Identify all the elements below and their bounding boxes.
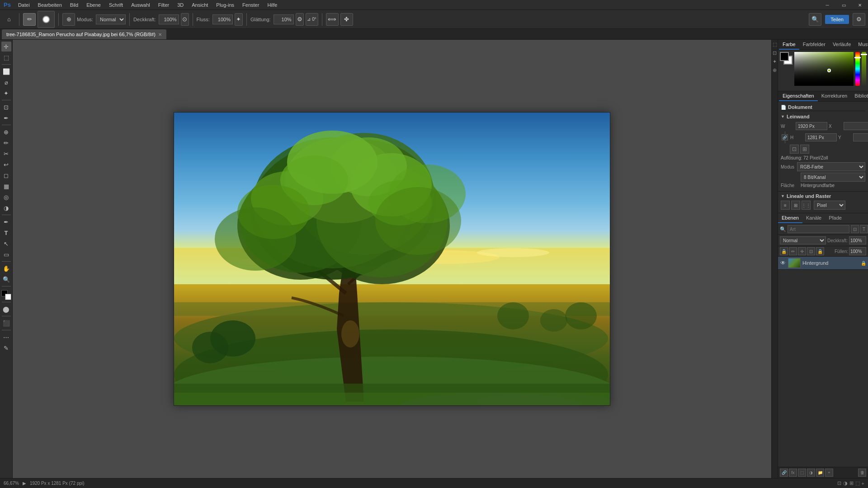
tab-pfade[interactable]: Pfade xyxy=(825,213,845,223)
lock-transparent-btn[interactable]: 🔒 xyxy=(780,247,788,255)
lasso-tool[interactable]: ⌀ xyxy=(1,77,11,87)
pressure-btn[interactable]: ✤ xyxy=(340,13,353,26)
tab-close-button[interactable]: ✕ xyxy=(158,32,162,37)
settings-btn[interactable]: ⚙ xyxy=(853,13,865,26)
panel-icon-3[interactable]: ✦ xyxy=(773,59,777,65)
layer-filter-btn-1[interactable]: ⊡ xyxy=(851,225,859,233)
crop-tool[interactable]: ⊡ xyxy=(1,102,11,112)
gradient-tool[interactable]: ▦ xyxy=(1,181,11,191)
flow-icon-btn[interactable]: ✦ xyxy=(235,13,243,26)
angle-btn[interactable]: ⊿ 0° xyxy=(306,13,318,26)
mode-dropdown[interactable]: Normal xyxy=(96,14,126,24)
lineale-chevron[interactable]: ▼ xyxy=(781,194,785,198)
brush-tool-button[interactable]: ✏ xyxy=(23,13,36,26)
zoom-tool[interactable]: 🔍 xyxy=(1,274,11,284)
tab-korrekturen[interactable]: Korrekturen xyxy=(818,91,851,101)
canvas-width-input[interactable] xyxy=(796,122,827,130)
brush-preview[interactable] xyxy=(38,11,55,28)
close-button[interactable]: ✕ xyxy=(852,0,868,10)
lock-paint-btn[interactable]: ✏ xyxy=(789,247,797,255)
path-select-tool[interactable]: ↖ xyxy=(1,239,11,249)
tools-extra-btn[interactable]: ⋯ xyxy=(1,332,11,342)
status-icon-4[interactable]: ⬚ xyxy=(855,480,860,486)
canvas-y-input[interactable] xyxy=(853,133,868,141)
flow-input[interactable] xyxy=(212,14,233,24)
layer-visibility-toggle[interactable]: 👁 xyxy=(780,260,786,266)
ruler-dots-btn[interactable]: ⋮⋮ xyxy=(802,201,811,210)
type-tool[interactable]: T xyxy=(1,228,11,238)
layer-filter-btn-2[interactable]: T xyxy=(860,225,868,233)
add-layer-btn[interactable]: + xyxy=(825,469,833,477)
minimize-button[interactable]: ─ xyxy=(819,0,835,10)
maximize-button[interactable]: ▭ xyxy=(835,0,852,10)
panel-icon-2[interactable]: ⊡ xyxy=(773,50,777,56)
healing-tool[interactable]: ⊕ xyxy=(1,127,11,137)
marquee-tool[interactable]: ⬜ xyxy=(1,66,11,76)
tab-verlaeufe[interactable]: Verläufe xyxy=(829,40,854,50)
clone-tool[interactable]: ✂ xyxy=(1,149,11,159)
hand-tool[interactable]: ✋ xyxy=(1,263,11,273)
canvas-x-input[interactable] xyxy=(844,122,868,130)
menu-datei[interactable]: Datei xyxy=(14,1,33,9)
brush-tool-left[interactable]: ✏ xyxy=(1,138,11,148)
eyedropper-tool[interactable]: ✒ xyxy=(1,113,11,123)
ruler-grid-btn[interactable]: ⊞ xyxy=(791,201,800,210)
history-brush-tool[interactable]: ↩ xyxy=(1,160,11,169)
leinwand-chevron[interactable]: ▼ xyxy=(781,114,785,119)
tab-farbe[interactable]: Farbe xyxy=(779,40,799,50)
quickmask-btn[interactable]: ⬤ xyxy=(1,304,11,314)
lock-all-btn[interactable]: 🔒 xyxy=(816,247,824,255)
layer-item-hintergrund[interactable]: 👁 Hintergrund 🔒 xyxy=(778,257,868,270)
add-fx-btn[interactable]: fx xyxy=(789,469,797,477)
status-icon-5[interactable]: + xyxy=(862,481,864,486)
ruler-lines-btn[interactable]: ≡ xyxy=(781,201,790,210)
menu-hilfe[interactable]: Hilfe xyxy=(264,1,281,9)
add-link-btn[interactable]: 🔗 xyxy=(780,469,788,477)
symmetry-btn[interactable]: ⟺ xyxy=(326,13,339,26)
artboard-tool[interactable]: ⬚ xyxy=(1,52,11,62)
panel-icon-4[interactable]: ⊕ xyxy=(773,67,777,73)
menu-bearbeiten[interactable]: Bearbeiten xyxy=(34,1,66,9)
menu-filter[interactable]: Filter xyxy=(155,1,173,9)
hue-slider-vertical[interactable] xyxy=(855,52,860,86)
tab-muster[interactable]: Muster xyxy=(854,40,868,50)
lock-move-btn[interactable]: ✛ xyxy=(798,247,806,255)
blur-tool[interactable]: ◎ xyxy=(1,192,11,202)
add-adjustment-btn[interactable]: ◑ xyxy=(807,469,815,477)
tab-bibliotheken[interactable]: Bibliotheken xyxy=(851,91,868,101)
opacity-icon-btn[interactable]: ⊙ xyxy=(181,13,189,26)
screenmode-btn[interactable]: ⬛ xyxy=(1,318,11,328)
resize-canvas-btn[interactable]: ⊞ xyxy=(800,145,809,154)
edit-btn[interactable]: ✎ xyxy=(1,343,11,353)
lock-artboard-btn[interactable]: ⊡ xyxy=(807,247,815,255)
link-button[interactable]: 🔗 xyxy=(782,134,788,141)
layers-search-input[interactable] xyxy=(788,225,849,233)
fit-canvas-btn[interactable]: ⊡ xyxy=(790,145,799,154)
home-button[interactable]: ⌂ xyxy=(3,13,15,26)
eraser-tool[interactable]: ◻ xyxy=(1,170,11,180)
color-gradient-picker[interactable] xyxy=(794,52,854,86)
panel-icon-1[interactable]: ⬚ xyxy=(773,42,777,47)
mode-prop-select[interactable]: RGB-Farbe xyxy=(797,162,865,171)
status-icon-2[interactable]: ◑ xyxy=(843,480,848,486)
quickselect-tool[interactable]: ✦ xyxy=(1,88,11,98)
menu-bild[interactable]: Bild xyxy=(66,1,82,9)
layer-blend-mode-select[interactable]: Normal xyxy=(780,236,826,244)
menu-3d[interactable]: 3D xyxy=(174,1,187,9)
status-icon-3[interactable]: ⊞ xyxy=(849,480,854,486)
menu-ebene[interactable]: Ebene xyxy=(83,1,104,9)
tab-eigenschaften[interactable]: Eigenschaften xyxy=(779,91,818,101)
shape-tool[interactable]: ▭ xyxy=(1,249,11,259)
alpha-slider-vertical[interactable] xyxy=(862,52,866,86)
search-top-btn[interactable]: 🔍 xyxy=(809,13,821,26)
smoothing-input[interactable] xyxy=(274,14,294,24)
menu-ansicht[interactable]: Ansicht xyxy=(188,1,212,9)
layer-fill-input[interactable] xyxy=(849,247,866,255)
canvas-image[interactable] xyxy=(174,113,610,405)
move-tool[interactable]: ✛ xyxy=(1,42,11,52)
delete-layer-btn[interactable]: 🗑 xyxy=(858,469,866,477)
menu-auswahl[interactable]: Auswahl xyxy=(127,1,154,9)
add-mask-btn[interactable]: ⬚ xyxy=(798,469,806,477)
menu-fenster[interactable]: Fenster xyxy=(239,1,263,9)
active-tab[interactable]: tree-7186835_Ramon Perucho auf Pixabay.j… xyxy=(2,29,166,39)
